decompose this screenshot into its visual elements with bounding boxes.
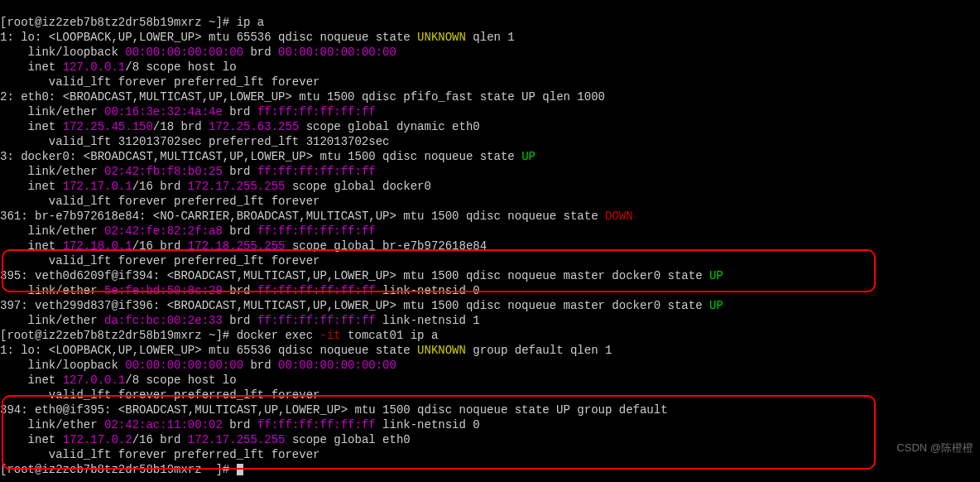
ip-addr: 172.17.0.1 bbox=[63, 180, 132, 193]
t: brd bbox=[223, 314, 257, 327]
iface-flags: <NO-CARRIER,BROADCAST,MULTICAST,UP> bbox=[153, 210, 396, 223]
t: scope global dynamic eth0 bbox=[299, 120, 479, 133]
iface-state: UNKNOWN bbox=[417, 31, 466, 44]
t: inet bbox=[0, 60, 63, 74]
valid-lft: valid_lft forever preferred_lft forever bbox=[0, 448, 319, 461]
t: /8 scope host lo bbox=[125, 374, 236, 387]
t: inet bbox=[0, 239, 63, 253]
mac-brd: ff:ff:ff:ff:ff:ff bbox=[257, 284, 376, 297]
mac: 02:42:ac:11:00:02 bbox=[104, 418, 223, 431]
t: mtu 1500 qdisc noqueue master docker0 st… bbox=[396, 299, 709, 312]
mac: 5e:fe:bd:50:8c:29 bbox=[104, 284, 223, 297]
valid-lft: valid_lft forever preferred_lft forever bbox=[0, 388, 319, 402]
t: /16 brd bbox=[132, 433, 188, 446]
t: /16 brd bbox=[132, 180, 188, 193]
t: mtu 65536 qdisc noqueue state bbox=[202, 344, 417, 357]
ip-addr: 127.0.0.1 bbox=[63, 60, 126, 74]
link-type: link/ether bbox=[0, 284, 104, 297]
iface-flags: <LOOPBACK,UP,LOWER_UP> bbox=[49, 344, 202, 357]
mac-brd: ff:ff:ff:ff:ff:ff bbox=[257, 418, 376, 431]
link-type: link/loopback bbox=[0, 359, 125, 372]
t: inet bbox=[0, 180, 63, 193]
iface-flags: <LOOPBACK,UP,LOWER_UP> bbox=[49, 31, 202, 44]
t: mtu 1500 qdisc noqueue state bbox=[396, 210, 605, 223]
iface-idx: 3: docker0: bbox=[0, 150, 84, 163]
valid-lft: valid_lft 312013702sec preferred_lft 312… bbox=[0, 135, 389, 148]
mac-brd: ff:ff:ff:ff:ff:ff bbox=[257, 314, 376, 327]
mac: 00:00:00:00:00:00 bbox=[125, 359, 243, 372]
mac: 00:16:3e:32:4a:4e bbox=[104, 105, 223, 118]
ip-addr: 127.0.0.1 bbox=[63, 374, 126, 387]
t: mtu 1500 qdisc noqueue master docker0 st… bbox=[396, 269, 709, 282]
mac: 02:42:fe:82:2f:a8 bbox=[104, 224, 223, 238]
iface-idx: 361: br-e7b972618e84: bbox=[0, 210, 153, 223]
ip-brd: 172.17.255.255 bbox=[188, 180, 286, 193]
link-type: link/ether bbox=[0, 418, 104, 431]
prompt[interactable]: [root@iz2zeb7b8tz2dr58b19mxrz ~]# bbox=[0, 463, 237, 476]
link-type: link/ether bbox=[0, 224, 104, 238]
t: link-netnsid 0 bbox=[376, 418, 480, 431]
link-type: link/ether bbox=[0, 105, 104, 118]
iface-flags: <BROADCAST,MULTICAST,UP,LOWER_UP> bbox=[118, 403, 348, 417]
t: scope global docker0 bbox=[285, 180, 430, 193]
terminal-output: [root@iz2zeb7b8tz2dr58b19mxrz ~]# ip a 1… bbox=[0, 0, 980, 477]
watermark: CSDN @陈橙橙 bbox=[896, 441, 973, 455]
t: inet bbox=[0, 433, 63, 446]
iface-idx: 397: veth299d837@if396: bbox=[0, 299, 167, 312]
t: link-netnsid 0 bbox=[376, 284, 480, 297]
t: brd bbox=[243, 359, 278, 372]
ip-brd: 172.17.255.255 bbox=[188, 433, 286, 446]
valid-lft: valid_lft forever preferred_lft forever bbox=[0, 75, 319, 89]
link-type: link/ether bbox=[0, 314, 104, 327]
t: brd bbox=[223, 284, 257, 297]
iface-flags: <BROADCAST,MULTICAST,UP,LOWER_UP> bbox=[63, 90, 292, 104]
mac: 00:00:00:00:00:00 bbox=[125, 46, 243, 59]
t: group default qlen 1 bbox=[466, 344, 612, 357]
iface-state: DOWN bbox=[605, 210, 633, 223]
command: docker exec bbox=[237, 329, 320, 342]
t: mtu 1500 qdisc noqueue state bbox=[313, 150, 521, 163]
link-type: link/loopback bbox=[0, 46, 125, 59]
iface-state: UP bbox=[709, 299, 723, 312]
iface-state: UP bbox=[709, 269, 723, 282]
flag: -it bbox=[319, 329, 340, 342]
iface-flags: <BROADCAST,MULTICAST,UP,LOWER_UP> bbox=[167, 269, 396, 282]
t: brd bbox=[223, 105, 257, 118]
iface-idx: 1: lo: bbox=[0, 31, 49, 44]
t: brd bbox=[223, 418, 257, 431]
t: inet bbox=[0, 120, 63, 133]
t: /16 brd bbox=[132, 239, 188, 253]
mac-brd: ff:ff:ff:ff:ff:ff bbox=[257, 165, 376, 178]
valid-lft: valid_lft forever preferred_lft forever bbox=[0, 254, 319, 268]
mac: 02:42:fb:f8:b0:25 bbox=[104, 165, 223, 178]
t: scope global eth0 bbox=[285, 433, 410, 446]
ip-brd: 172.25.63.255 bbox=[209, 120, 299, 133]
t: brd bbox=[223, 165, 257, 178]
mac-brd: ff:ff:ff:ff:ff:ff bbox=[257, 105, 376, 118]
mac-brd: ff:ff:ff:ff:ff:ff bbox=[257, 224, 376, 238]
iface-idx: 2: eth0: bbox=[0, 90, 63, 104]
t: mtu 1500 qdisc noqueue state UP group de… bbox=[348, 403, 667, 417]
iface-idx: 1: lo: bbox=[0, 344, 49, 357]
ip-addr: 172.25.45.150 bbox=[63, 120, 153, 133]
ip-addr: 172.17.0.2 bbox=[63, 433, 132, 446]
mac-brd: 00:00:00:00:00:00 bbox=[278, 46, 396, 59]
t: /18 brd bbox=[153, 120, 209, 133]
mac-brd: 00:00:00:00:00:00 bbox=[278, 359, 396, 372]
t: mtu 65536 qdisc noqueue state bbox=[202, 31, 417, 44]
cursor-icon[interactable] bbox=[237, 464, 243, 475]
iface-state: UP bbox=[521, 150, 536, 163]
t: link-netnsid 1 bbox=[376, 314, 480, 327]
iface-flags: <BROADCAST,MULTICAST,UP,LOWER_UP> bbox=[84, 150, 313, 163]
prompt: [root@iz2zeb7b8tz2dr58b19mxrz ~]# bbox=[0, 16, 237, 29]
command-args: tomcat01 ip a bbox=[341, 329, 439, 342]
valid-lft: valid_lft forever preferred_lft forever bbox=[0, 195, 319, 208]
t: /8 scope host lo bbox=[125, 60, 236, 74]
ip-addr: 172.18.0.1 bbox=[63, 239, 132, 253]
iface-idx: 394: eth0@if395: bbox=[0, 403, 118, 417]
t: scope global br-e7b972618e84 bbox=[285, 239, 487, 253]
t: inet bbox=[0, 374, 63, 387]
t: mtu 1500 qdisc pfifo_fast state UP qlen … bbox=[292, 90, 605, 104]
command: ip a bbox=[237, 16, 265, 29]
t: brd bbox=[223, 224, 257, 238]
